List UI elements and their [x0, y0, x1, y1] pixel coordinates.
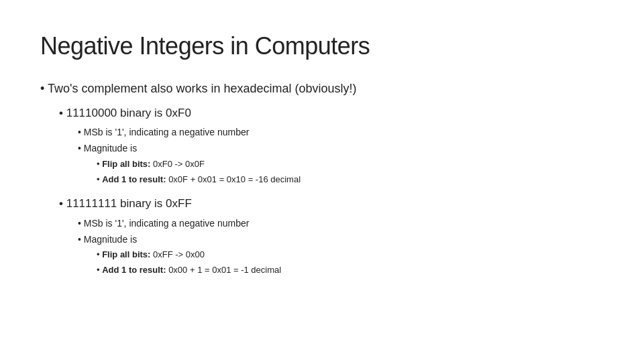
level4-label-2-1: Flip all bits: — [102, 249, 153, 259]
level2-item-2: 11111111 binary is 0xFF — [59, 194, 604, 213]
level4-label-2-2: Add 1 to result: — [102, 265, 168, 275]
level4-value-2-2: 0x00 + 1 = 0x01 = -1 decimal — [168, 265, 281, 275]
level4-item-1-2: Add 1 to result: 0x0F + 0x01 = 0x10 = -1… — [97, 173, 604, 187]
slide-title: Negative Integers in Computers — [40, 32, 604, 60]
level3-item-1-1: MSb is '1', indicating a negative number — [78, 125, 604, 139]
level4-label-1-1: Flip all bits: — [102, 159, 153, 169]
level4-item-2-2: Add 1 to result: 0x00 + 1 = 0x01 = -1 de… — [97, 263, 604, 278]
level1-item-1: Two's complement also works in hexadecim… — [40, 79, 604, 99]
level3-item-2-1: MSb is '1', indicating a negative number — [78, 216, 604, 231]
level4-label-1-2: Add 1 to result: — [102, 174, 168, 184]
level4-value-1-1: 0xF0 -> 0x0F — [153, 159, 205, 169]
level4-item-1-1: Flip all bits: 0xF0 -> 0x0F — [97, 158, 604, 172]
level3-item-1-2: Magnitude is — [78, 141, 604, 156]
level4-value-1-2: 0x0F + 0x01 = 0x10 = -16 decimal — [168, 174, 301, 184]
level3-item-2-2: Magnitude is — [78, 232, 604, 247]
slide: Negative Integers in Computers Two's com… — [0, 0, 644, 362]
level4-value-2-1: 0xFF -> 0x00 — [153, 249, 205, 259]
level2-item-1: 11110000 binary is 0xF0 — [59, 104, 604, 122]
slide-content: Two's complement also works in hexadecim… — [40, 79, 604, 278]
level4-item-2-1: Flip all bits: 0xFF -> 0x00 — [97, 248, 604, 262]
